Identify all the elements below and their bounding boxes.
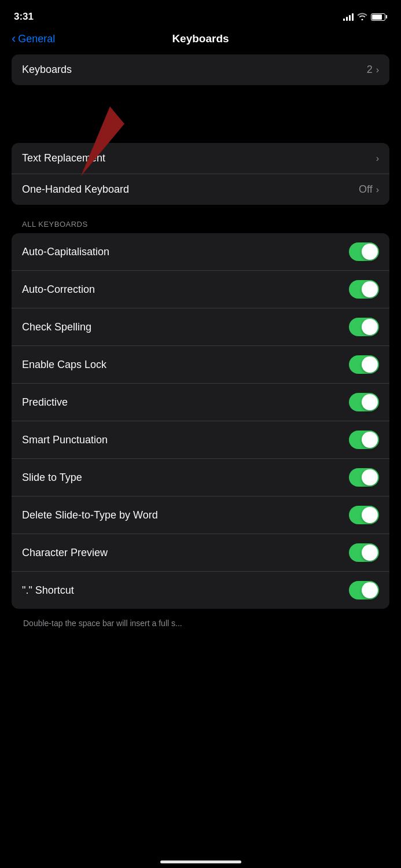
back-button[interactable]: ‹ General (12, 32, 55, 46)
slide-to-type-label: Slide to Type (22, 472, 82, 484)
chevron-right-icon: › (376, 65, 379, 75)
toggle-knob (362, 545, 378, 561)
auto-correction-label: Auto-Correction (22, 284, 95, 296)
auto-capitalisation-row[interactable]: Auto-Capitalisation (12, 233, 389, 271)
one-handed-value: Off (359, 183, 373, 196)
content-area: Keyboards 2 › Text Replacement › (0, 54, 401, 630)
chevron-right-icon: › (376, 153, 379, 164)
auto-capitalisation-label: Auto-Capitalisation (22, 246, 109, 258)
status-icons (343, 12, 387, 22)
back-label: General (18, 33, 55, 45)
character-preview-label: Character Preview (22, 547, 108, 559)
predictive-row[interactable]: Predictive (12, 384, 389, 421)
delete-slide-to-type-label: Delete Slide-to-Type by Word (22, 509, 158, 521)
wifi-icon (357, 12, 367, 22)
home-indicator (160, 860, 241, 863)
smart-punctuation-toggle[interactable] (349, 431, 379, 449)
text-replacement-label: Text Replacement (22, 152, 105, 164)
keyboards-card: Keyboards 2 › (12, 54, 389, 85)
period-shortcut-toggle[interactable] (349, 581, 379, 599)
auto-capitalisation-toggle[interactable] (349, 242, 379, 261)
nav-options-card: Text Replacement › One-Handed Keyboard O… (12, 143, 389, 205)
bottom-hint: Double-tap the space bar will insert a f… (12, 613, 389, 630)
status-time: 3:31 (14, 11, 34, 23)
all-keyboards-card: Auto-Capitalisation Auto-Correction Chec… (12, 233, 389, 609)
text-replacement-row[interactable]: Text Replacement › (12, 143, 389, 174)
one-handed-keyboard-label: One-Handed Keyboard (22, 183, 129, 196)
toggle-knob (362, 394, 378, 410)
keyboards-value: 2 › (367, 64, 379, 76)
enable-caps-lock-label: Enable Caps Lock (22, 359, 106, 371)
check-spelling-row[interactable]: Check Spelling (12, 308, 389, 346)
back-chevron-icon: ‹ (12, 31, 16, 46)
toggle-knob (362, 356, 378, 373)
toggle-knob (362, 469, 378, 486)
status-bar: 3:31 (0, 0, 401, 30)
period-shortcut-row[interactable]: "." Shortcut (12, 572, 389, 609)
slide-to-type-row[interactable]: Slide to Type (12, 459, 389, 496)
page-title: Keyboards (172, 32, 229, 45)
battery-icon (371, 13, 387, 21)
check-spelling-label: Check Spelling (22, 321, 91, 333)
delete-slide-to-type-toggle[interactable] (349, 506, 379, 524)
keyboards-row[interactable]: Keyboards 2 › (12, 54, 389, 85)
predictive-label: Predictive (22, 396, 68, 409)
nav-header: ‹ General Keyboards (0, 30, 401, 54)
delete-slide-to-type-row[interactable]: Delete Slide-to-Type by Word (12, 496, 389, 534)
toggle-knob (362, 244, 378, 260)
enable-caps-lock-row[interactable]: Enable Caps Lock (12, 346, 389, 384)
character-preview-row[interactable]: Character Preview (12, 534, 389, 572)
all-keyboards-header: ALL KEYBOARDS (12, 209, 389, 233)
toggle-knob (362, 507, 378, 523)
enable-caps-lock-toggle[interactable] (349, 355, 379, 374)
smart-punctuation-row[interactable]: Smart Punctuation (12, 421, 389, 459)
keyboards-label: Keyboards (22, 64, 72, 76)
chevron-right-icon-2: › (376, 185, 379, 195)
auto-correction-row[interactable]: Auto-Correction (12, 271, 389, 308)
toggle-knob (362, 582, 378, 598)
predictive-toggle[interactable] (349, 393, 379, 411)
toggle-knob (362, 319, 378, 335)
slide-to-type-toggle[interactable] (349, 468, 379, 487)
toggle-knob (362, 432, 378, 448)
period-shortcut-label: "." Shortcut (22, 584, 74, 597)
one-handed-keyboard-row[interactable]: One-Handed Keyboard Off › (12, 174, 389, 205)
check-spelling-toggle[interactable] (349, 318, 379, 336)
character-preview-toggle[interactable] (349, 543, 379, 562)
signal-icon (343, 13, 354, 21)
smart-punctuation-label: Smart Punctuation (22, 434, 108, 446)
all-keyboards-section: ALL KEYBOARDS Auto-Capitalisation Auto-C… (12, 209, 389, 609)
auto-correction-toggle[interactable] (349, 280, 379, 299)
toggle-knob (362, 281, 378, 297)
